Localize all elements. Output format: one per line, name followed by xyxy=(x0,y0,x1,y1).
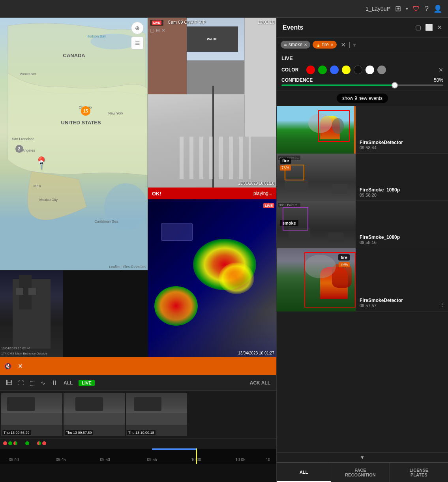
event-card-4[interactable]: fire 79% FireSmokeDetector 09:57:57 ⋮ xyxy=(277,248,448,311)
color-label: COLOR xyxy=(281,67,303,73)
cam-bottom-left[interactable]: 13/04/2023 10:02:46 174 CMS Main Entranc… xyxy=(0,270,63,357)
marker-icon[interactable]: ⬚ xyxy=(30,380,35,386)
camera-list-button[interactable]: ☰ xyxy=(131,37,144,49)
thumb-label-3: Thu 13 10:00:18 xyxy=(127,430,156,435)
confidence-thumb[interactable] xyxy=(392,82,398,88)
notification-bar: 🔇 ✕ xyxy=(0,357,276,375)
time-09-40: 09:40 xyxy=(9,458,19,462)
fire-label: fire xyxy=(322,42,329,47)
detection-box-3 xyxy=(283,207,308,231)
playback-controls: 🎞 ⛶ ⬚ ∿ ⏸ ALL LIVE ACK ALL xyxy=(0,375,276,391)
color-yellow[interactable] xyxy=(342,66,351,74)
event-time-4: 09:57:57 xyxy=(360,303,444,308)
event-dots-row xyxy=(0,438,276,448)
color-green[interactable] xyxy=(318,66,327,74)
locate-button[interactable]: ⊕ xyxy=(131,22,144,34)
ok-text: OK! xyxy=(152,191,161,197)
bottom-tabs: ALL FACERECOGNITION LICENSEPLATES xyxy=(277,462,448,482)
map-container[interactable]: CANADA UNITED STATES Vancouver Chicago N… xyxy=(0,18,148,270)
event-card-1[interactable]: FireSmokeDetector 09:58:44 xyxy=(277,106,448,154)
cam-bottom-timestamp: 13/01/2023 10:01:18 xyxy=(238,181,274,186)
color-blue[interactable] xyxy=(330,66,339,74)
event-fire-tag-2: fire xyxy=(280,158,291,164)
map-marker-2[interactable]: 2 xyxy=(15,145,23,153)
shield-icon[interactable]: 🛡 xyxy=(413,5,420,13)
confidence-slider-wrap[interactable] xyxy=(277,84,448,90)
filter-smoke-tag[interactable]: ≋ smoke ✕ xyxy=(281,41,310,49)
all-label[interactable]: ALL xyxy=(64,380,73,386)
time-10: 10 xyxy=(266,458,270,462)
fit-icon[interactable]: ⛶ xyxy=(18,380,24,386)
events-close-icon[interactable]: ✕ xyxy=(437,24,442,31)
map-marker-pin[interactable]: 📍 📷 xyxy=(34,157,49,169)
dot-green-2 xyxy=(25,441,29,445)
mute-icon[interactable]: 🔇 xyxy=(4,362,12,370)
playhead[interactable] xyxy=(196,448,197,464)
scroll-down-indicator[interactable]: ▼ xyxy=(277,452,448,462)
filter-fire-tag[interactable]: 🔥 fire ✕ xyxy=(313,41,337,49)
help-icon[interactable]: ? xyxy=(425,5,429,13)
event-thumb-1 xyxy=(277,106,356,154)
svg-text:San Francisco: San Francisco xyxy=(12,137,34,141)
dot-half xyxy=(13,441,17,445)
thumb-2[interactable]: Thu 13 09:57:59 xyxy=(64,393,125,436)
cam-minimize-icon[interactable]: ▢ xyxy=(150,28,154,33)
event-card-2[interactable]: 300+ Point T... fire 78% FireSmoke_1080p… xyxy=(277,154,448,201)
svg-text:CANADA: CANADA xyxy=(63,53,86,58)
live-section-label: LIVE xyxy=(281,55,293,61)
chevron-icon[interactable]: ▾ xyxy=(406,6,408,11)
events-title: Events xyxy=(283,24,303,31)
dot-pink xyxy=(42,441,46,445)
ok-bar: OK! playing... xyxy=(148,188,276,199)
events-split-icon[interactable]: ⬜ xyxy=(425,24,433,31)
dot-half2 xyxy=(37,441,41,445)
color-white[interactable] xyxy=(366,66,374,74)
tab-face-recognition[interactable]: FACERECOGNITION xyxy=(331,463,390,482)
event-thumb-2: 300+ Point T... fire 78% xyxy=(277,154,356,201)
waveform-icon[interactable]: ∿ xyxy=(41,380,45,386)
cam-split-icon[interactable]: ⊟ xyxy=(156,28,160,33)
thermal-timestamp: 13/04/2023 10:01:27 xyxy=(238,351,274,355)
timeline-ruler[interactable]: 09:40 09:45 09:50 09:55 10:00 10:05 10 xyxy=(0,448,276,464)
timeline-thumbs: Thu 13 09:56:29 Thu 13 09:57:59 xyxy=(0,391,276,438)
svg-text:UNITED STATES: UNITED STATES xyxy=(61,120,101,126)
time-09-45: 09:45 xyxy=(56,458,66,462)
detection-box-2 xyxy=(285,165,304,180)
event-card-3[interactable]: 300+ Point T... smoke FireSmoke_1080p 09… xyxy=(277,201,448,248)
user-icon[interactable]: 👤 xyxy=(433,4,442,13)
live-section: LIVE xyxy=(277,52,448,64)
pause-icon[interactable]: ⏸ xyxy=(51,379,58,386)
color-black[interactable] xyxy=(354,66,362,74)
mute-close-icon[interactable]: ✕ xyxy=(18,362,23,370)
filter-clear-icon[interactable]: ✕ xyxy=(341,41,346,49)
thumb-1[interactable]: Thu 13 09:56:29 xyxy=(1,393,62,436)
event-menu-icon[interactable]: ⋮ xyxy=(439,302,445,308)
filter-separator: ▾ xyxy=(353,41,356,49)
tab-license-plates[interactable]: LICENSEPLATES xyxy=(390,463,448,482)
events-minimize-icon[interactable]: ▢ xyxy=(415,24,421,31)
new-events-banner[interactable]: show 9 new events xyxy=(277,94,448,103)
filmstrip-icon[interactable]: 🎞 xyxy=(6,379,12,386)
cam-thermal[interactable]: LIVE 13/04/2023 10:01:27 xyxy=(148,199,276,357)
time-09-50: 09:50 xyxy=(100,458,110,462)
map-marker-15[interactable]: 15 xyxy=(81,106,90,116)
smoke-label: smoke xyxy=(289,42,302,47)
color-clear-icon[interactable]: ✕ xyxy=(439,67,443,73)
smoke-remove-icon[interactable]: ✕ xyxy=(304,43,307,47)
filter-dropdown-icon[interactable]: | xyxy=(349,41,351,48)
ack-all-button[interactable]: ACK ALL xyxy=(250,380,270,386)
svg-text:Vancouver: Vancouver xyxy=(20,72,36,76)
grid-icon[interactable]: ⊞ xyxy=(395,4,401,13)
cam-timestamp-top: 10:01:16 xyxy=(257,20,274,24)
color-filter-row: COLOR ✕ xyxy=(277,64,448,76)
color-gray[interactable] xyxy=(377,66,386,74)
tab-all[interactable]: ALL xyxy=(277,463,331,482)
cam-top-right[interactable]: WARE LIVE Cam 09 ONVIF VIP 10:01:16 xyxy=(148,18,276,188)
events-list: show 9 new events FireSmo xyxy=(277,90,448,452)
events-header: Events ▢ ⬜ ✕ xyxy=(277,18,448,38)
color-red[interactable] xyxy=(306,66,315,74)
fire-remove-icon[interactable]: ✕ xyxy=(330,43,334,47)
live-button[interactable]: LIVE xyxy=(79,380,94,386)
cam-close-icon[interactable]: ✕ xyxy=(161,28,165,33)
thumb-3[interactable]: Thu 13 10:00:18 xyxy=(126,393,187,436)
